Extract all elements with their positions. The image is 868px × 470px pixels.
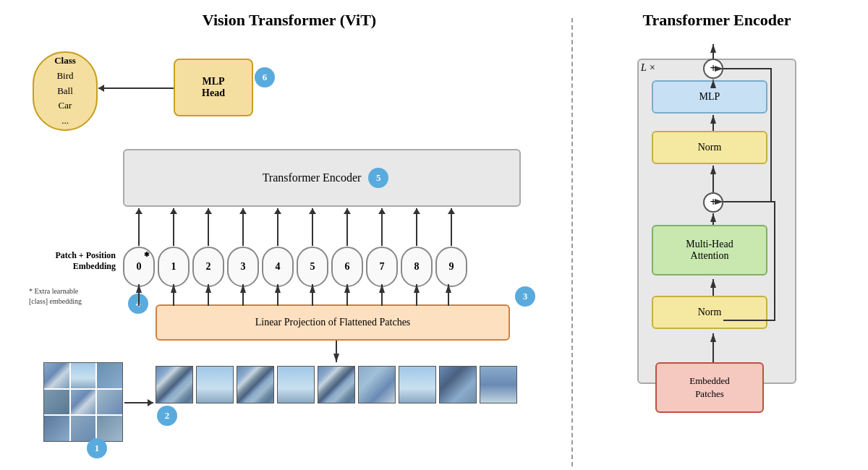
badge-6: 6 (255, 67, 275, 87)
image-patches-row (156, 366, 517, 403)
upward-arrows (123, 208, 467, 246)
up-arrow-7 (366, 208, 398, 246)
te-diagram: L × MLP Norm Multi-HeadAttention Norm + … (616, 37, 818, 456)
arrows-linproj-to-tokens (123, 281, 477, 306)
transformer-encoder-box: Transformer Encoder 5 (123, 149, 521, 207)
linear-proj-label: Linear Projection of Flattened Patches (255, 317, 411, 328)
up-arrow-3 (227, 208, 259, 246)
img-patch-4 (277, 366, 315, 403)
img-patch-5 (318, 366, 355, 403)
class-item-car: Car (59, 98, 72, 114)
up-arrow-8 (401, 208, 433, 246)
badge-1: 1 (87, 438, 107, 458)
te-title: Transformer Encoder (642, 11, 791, 30)
section-divider (571, 18, 573, 466)
up-arrow-6 (331, 208, 363, 246)
star-symbol: ✱ (144, 251, 150, 258)
arrow-src-to-patches (124, 402, 153, 403)
vit-section: Vision Transformer (ViT) Class Bird Ball… (14, 7, 564, 463)
badge-5: 5 (368, 168, 388, 188)
grid-cell-3 (97, 363, 122, 388)
up-arrow-1 (158, 208, 190, 246)
main-container: Vision Transformer (ViT) Class Bird Ball… (0, 0, 868, 470)
arrow-linproj-bottom (156, 341, 510, 368)
grid-cell-5 (71, 390, 96, 415)
img-patch-8 (439, 366, 477, 403)
grid-cell-1 (44, 363, 69, 388)
up-arrow-0 (123, 208, 155, 246)
up-arrow-4 (262, 208, 294, 246)
img-patch-2 (196, 366, 234, 403)
up-arrow-2 (192, 208, 224, 246)
extra-learnable-label: * Extra learnable[class] embedding (29, 286, 82, 307)
img-patch-1 (156, 366, 193, 403)
img-patch-6 (358, 366, 396, 403)
grid-cell-8 (71, 416, 96, 441)
class-item-ball: Ball (57, 84, 73, 99)
img-patch-9 (480, 366, 517, 403)
linear-proj-box: Linear Projection of Flattened Patches (156, 304, 510, 341)
grid-cell-6 (97, 390, 122, 415)
grid-cell-9 (97, 416, 122, 441)
transformer-encoder-section: Transformer Encoder L × MLP Norm Multi-H… (580, 7, 854, 463)
transformer-encoder-label: Transformer Encoder (263, 171, 362, 184)
vit-title: Vision Transformer (ViT) (203, 11, 376, 30)
up-arrow-9 (435, 208, 467, 246)
badge-3: 3 (515, 286, 535, 307)
class-box: Class Bird Ball Car ... (33, 51, 98, 131)
class-label: Class (54, 54, 76, 69)
img-patch-3 (237, 366, 274, 403)
img-patch-7 (399, 366, 436, 403)
grid-cell-2 (71, 363, 96, 388)
source-image-grid (43, 362, 123, 442)
patch-pos-embedding-label: Patch + PositionEmbedding (22, 250, 116, 272)
mlp-head-sublabel: Head (202, 87, 225, 99)
class-item-ellipsis: ... (61, 114, 69, 129)
grid-cell-7 (44, 416, 69, 441)
mlp-head-label: MLP (202, 76, 224, 87)
arrow-mlp-to-class (98, 87, 174, 89)
grid-cell-4 (44, 390, 69, 415)
badge-2: 2 (157, 406, 177, 426)
te-arrows-svg (616, 37, 818, 456)
patch-pos-bold: Patch + PositionEmbedding (55, 250, 116, 271)
mlp-head-box: MLP Head (174, 59, 253, 116)
up-arrow-5 (297, 208, 328, 246)
vit-content: Class Bird Ball Car ... MLP Head 6 Trans (29, 37, 550, 463)
class-item-bird: Bird (56, 69, 73, 84)
